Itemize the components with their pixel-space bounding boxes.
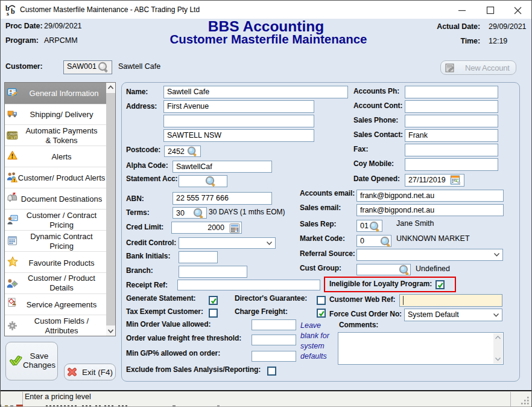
svg-text:b: b: [11, 7, 15, 16]
svg-text:CREDT: CREDT: [8, 133, 18, 136]
svg-text:s: s: [7, 10, 9, 16]
